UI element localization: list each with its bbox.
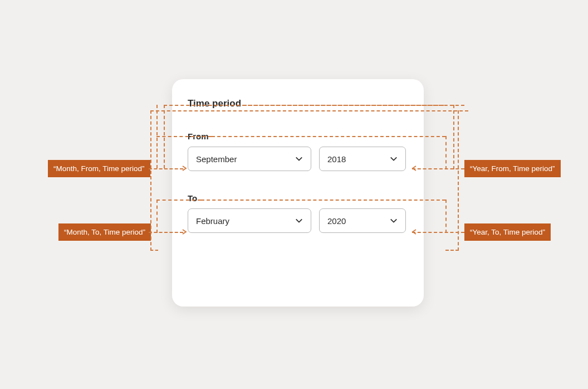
- connector: [150, 110, 468, 111]
- connector: [150, 110, 151, 251]
- connector: [149, 232, 183, 233]
- to-label: To: [188, 193, 408, 203]
- arrow-right-icon: [182, 166, 188, 171]
- from-year-select[interactable]: 2018: [319, 147, 406, 171]
- connector: [445, 250, 459, 251]
- from-month-value: September: [196, 154, 237, 164]
- connector: [445, 200, 447, 233]
- card-title: Time period: [188, 98, 408, 109]
- from-year-value: 2018: [327, 154, 346, 164]
- arrow-left-icon: [411, 166, 416, 171]
- arrow-right-icon: [182, 229, 188, 235]
- from-month-select[interactable]: September: [188, 147, 311, 171]
- chevron-down-icon: [390, 217, 398, 225]
- chevron-down-icon: [390, 155, 398, 163]
- annotation-year-to: “Year, To, Time period”: [464, 223, 551, 241]
- annotation-month-from: “Month, From, Time period”: [48, 160, 150, 177]
- chevron-down-icon: [295, 217, 303, 225]
- connector: [453, 105, 454, 169]
- connector: [445, 136, 447, 169]
- connector: [156, 200, 201, 201]
- connector: [458, 110, 459, 251]
- connector: [201, 200, 445, 201]
- connector: [412, 232, 464, 233]
- to-year-value: 2020: [327, 216, 346, 226]
- connector: [156, 200, 158, 233]
- to-month-select[interactable]: February: [188, 208, 311, 233]
- time-period-card: Time period From September 2018 To Febru…: [172, 79, 424, 307]
- from-row: September 2018: [188, 147, 408, 171]
- chevron-down-icon: [295, 155, 303, 163]
- to-month-value: February: [196, 216, 229, 226]
- connector: [164, 105, 165, 168]
- connector: [149, 168, 183, 169]
- connector: [212, 136, 445, 137]
- connector: [412, 168, 464, 169]
- to-row: February 2020: [188, 208, 408, 233]
- connector: [243, 105, 444, 106]
- arrow-left-icon: [411, 229, 416, 235]
- annotation-month-to: “Month, To, Time period”: [58, 223, 151, 241]
- connector: [150, 250, 158, 251]
- to-year-select[interactable]: 2020: [319, 208, 406, 233]
- annotation-year-from: “Year, From, Time period”: [464, 160, 561, 177]
